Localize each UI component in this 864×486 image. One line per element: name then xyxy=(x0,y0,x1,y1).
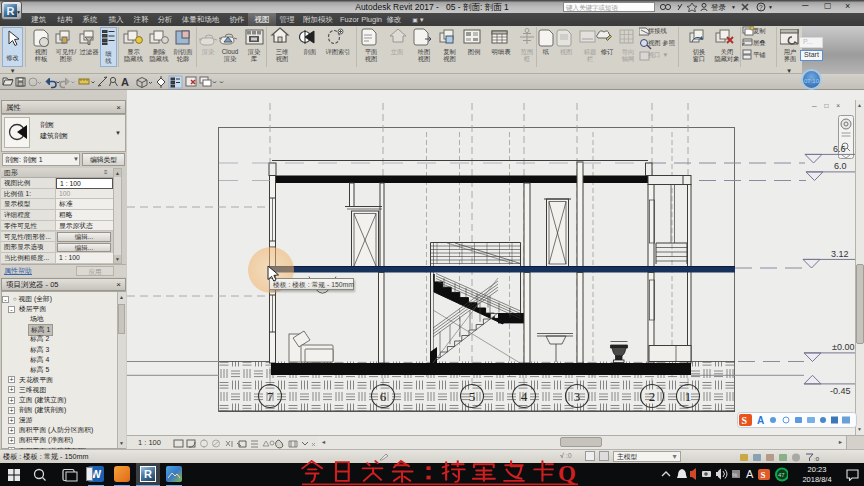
svg-text:4: 4 xyxy=(521,389,528,404)
svg-text:47: 47 xyxy=(778,472,785,478)
svg-text:Q: Q xyxy=(558,461,576,486)
svg-text:-0.45: -0.45 xyxy=(830,386,851,396)
svg-text:6.0: 6.0 xyxy=(834,161,847,171)
svg-text:%: % xyxy=(732,472,738,478)
svg-text:登录: 登录 xyxy=(711,3,727,12)
svg-text:7: 7 xyxy=(267,389,274,404)
svg-text:S: S xyxy=(761,470,766,480)
svg-text:3.12: 3.12 xyxy=(831,249,849,259)
svg-text:±0.00: ±0.00 xyxy=(832,342,854,352)
svg-text:1: 1 xyxy=(685,389,692,404)
svg-text:S: S xyxy=(742,415,748,426)
svg-text::0: :0 xyxy=(814,456,820,462)
svg-text:5: 5 xyxy=(469,389,476,404)
svg-text:6.6: 6.6 xyxy=(833,144,846,154)
svg-text:6: 6 xyxy=(380,389,387,404)
svg-text:▼: ▼ xyxy=(768,4,773,10)
svg-text:2: 2 xyxy=(649,389,656,404)
svg-text:▼: ▼ xyxy=(731,4,736,10)
svg-text:A: A xyxy=(121,76,129,88)
svg-text:?: ? xyxy=(759,4,763,11)
svg-text:A: A xyxy=(757,415,764,426)
svg-text:3: 3 xyxy=(574,389,581,404)
svg-text:A: A xyxy=(746,468,754,480)
